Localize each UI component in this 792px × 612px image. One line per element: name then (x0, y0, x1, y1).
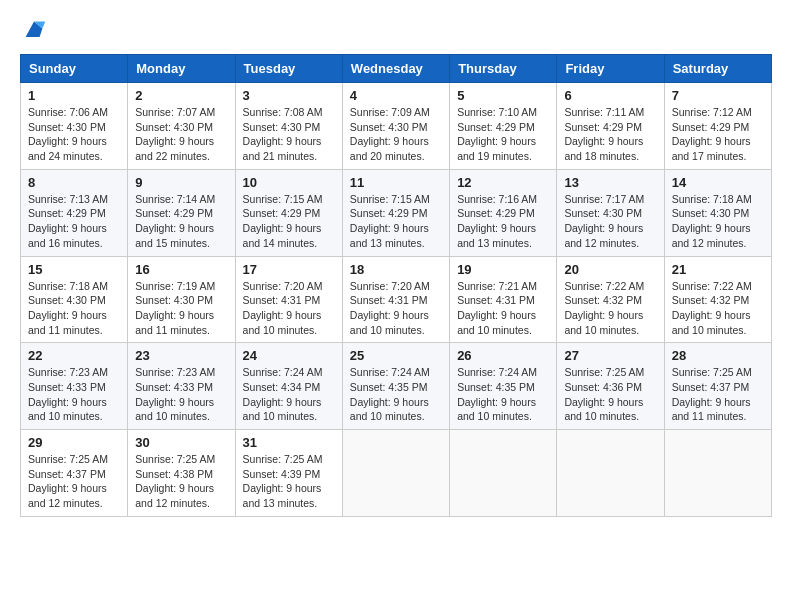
day-info: Sunrise: 7:06 AM Sunset: 4:30 PM Dayligh… (28, 105, 120, 164)
calendar-body: 1 Sunrise: 7:06 AM Sunset: 4:30 PM Dayli… (21, 83, 772, 517)
day-number: 23 (135, 348, 227, 363)
dow-header-thursday: Thursday (450, 55, 557, 83)
day-info: Sunrise: 7:15 AM Sunset: 4:29 PM Dayligh… (243, 192, 335, 251)
sunset-text: Sunset: 4:29 PM (243, 207, 321, 219)
calendar-cell: 10 Sunrise: 7:15 AM Sunset: 4:29 PM Dayl… (235, 169, 342, 256)
daylight-text: Daylight: 9 hours and 10 minutes. (457, 396, 536, 423)
calendar-cell (557, 430, 664, 517)
calendar-cell: 17 Sunrise: 7:20 AM Sunset: 4:31 PM Dayl… (235, 256, 342, 343)
sunrise-text: Sunrise: 7:17 AM (564, 193, 644, 205)
day-number: 3 (243, 88, 335, 103)
calendar-cell: 11 Sunrise: 7:15 AM Sunset: 4:29 PM Dayl… (342, 169, 449, 256)
sunrise-text: Sunrise: 7:20 AM (350, 280, 430, 292)
day-info: Sunrise: 7:18 AM Sunset: 4:30 PM Dayligh… (672, 192, 764, 251)
day-number: 5 (457, 88, 549, 103)
day-number: 26 (457, 348, 549, 363)
day-info: Sunrise: 7:25 AM Sunset: 4:38 PM Dayligh… (135, 452, 227, 511)
calendar-cell: 20 Sunrise: 7:22 AM Sunset: 4:32 PM Dayl… (557, 256, 664, 343)
sunset-text: Sunset: 4:30 PM (243, 121, 321, 133)
day-number: 21 (672, 262, 764, 277)
sunrise-text: Sunrise: 7:15 AM (350, 193, 430, 205)
sunset-text: Sunset: 4:30 PM (135, 294, 213, 306)
sunset-text: Sunset: 4:30 PM (135, 121, 213, 133)
calendar-cell: 19 Sunrise: 7:21 AM Sunset: 4:31 PM Dayl… (450, 256, 557, 343)
day-number: 1 (28, 88, 120, 103)
day-number: 28 (672, 348, 764, 363)
daylight-text: Daylight: 9 hours and 12 minutes. (28, 482, 107, 509)
sunset-text: Sunset: 4:35 PM (350, 381, 428, 393)
day-number: 10 (243, 175, 335, 190)
day-info: Sunrise: 7:25 AM Sunset: 4:37 PM Dayligh… (672, 365, 764, 424)
calendar-cell: 28 Sunrise: 7:25 AM Sunset: 4:37 PM Dayl… (664, 343, 771, 430)
sunset-text: Sunset: 4:30 PM (564, 207, 642, 219)
day-info: Sunrise: 7:24 AM Sunset: 4:35 PM Dayligh… (350, 365, 442, 424)
calendar-cell: 29 Sunrise: 7:25 AM Sunset: 4:37 PM Dayl… (21, 430, 128, 517)
day-number: 31 (243, 435, 335, 450)
calendar-week-1: 1 Sunrise: 7:06 AM Sunset: 4:30 PM Dayli… (21, 83, 772, 170)
sunrise-text: Sunrise: 7:16 AM (457, 193, 537, 205)
day-number: 24 (243, 348, 335, 363)
sunrise-text: Sunrise: 7:10 AM (457, 106, 537, 118)
calendar-week-3: 15 Sunrise: 7:18 AM Sunset: 4:30 PM Dayl… (21, 256, 772, 343)
dow-header-sunday: Sunday (21, 55, 128, 83)
daylight-text: Daylight: 9 hours and 10 minutes. (672, 309, 751, 336)
calendar-cell: 4 Sunrise: 7:09 AM Sunset: 4:30 PM Dayli… (342, 83, 449, 170)
calendar-cell: 9 Sunrise: 7:14 AM Sunset: 4:29 PM Dayli… (128, 169, 235, 256)
sunrise-text: Sunrise: 7:25 AM (564, 366, 644, 378)
daylight-text: Daylight: 9 hours and 15 minutes. (135, 222, 214, 249)
calendar-cell: 7 Sunrise: 7:12 AM Sunset: 4:29 PM Dayli… (664, 83, 771, 170)
daylight-text: Daylight: 9 hours and 13 minutes. (350, 222, 429, 249)
day-number: 13 (564, 175, 656, 190)
sunrise-text: Sunrise: 7:24 AM (350, 366, 430, 378)
sunrise-text: Sunrise: 7:08 AM (243, 106, 323, 118)
sunrise-text: Sunrise: 7:18 AM (672, 193, 752, 205)
sunset-text: Sunset: 4:33 PM (28, 381, 106, 393)
daylight-text: Daylight: 9 hours and 10 minutes. (243, 309, 322, 336)
sunset-text: Sunset: 4:33 PM (135, 381, 213, 393)
daylight-text: Daylight: 9 hours and 13 minutes. (243, 482, 322, 509)
day-info: Sunrise: 7:11 AM Sunset: 4:29 PM Dayligh… (564, 105, 656, 164)
sunrise-text: Sunrise: 7:06 AM (28, 106, 108, 118)
daylight-text: Daylight: 9 hours and 10 minutes. (350, 309, 429, 336)
daylight-text: Daylight: 9 hours and 10 minutes. (28, 396, 107, 423)
dow-header-friday: Friday (557, 55, 664, 83)
day-number: 17 (243, 262, 335, 277)
calendar-cell: 23 Sunrise: 7:23 AM Sunset: 4:33 PM Dayl… (128, 343, 235, 430)
sunrise-text: Sunrise: 7:18 AM (28, 280, 108, 292)
calendar-cell: 31 Sunrise: 7:25 AM Sunset: 4:39 PM Dayl… (235, 430, 342, 517)
calendar-cell: 24 Sunrise: 7:24 AM Sunset: 4:34 PM Dayl… (235, 343, 342, 430)
daylight-text: Daylight: 9 hours and 17 minutes. (672, 135, 751, 162)
calendar-week-5: 29 Sunrise: 7:25 AM Sunset: 4:37 PM Dayl… (21, 430, 772, 517)
calendar-cell: 22 Sunrise: 7:23 AM Sunset: 4:33 PM Dayl… (21, 343, 128, 430)
day-number: 7 (672, 88, 764, 103)
dow-header-monday: Monday (128, 55, 235, 83)
daylight-text: Daylight: 9 hours and 11 minutes. (672, 396, 751, 423)
sunset-text: Sunset: 4:29 PM (564, 121, 642, 133)
day-info: Sunrise: 7:25 AM Sunset: 4:37 PM Dayligh… (28, 452, 120, 511)
calendar-cell: 8 Sunrise: 7:13 AM Sunset: 4:29 PM Dayli… (21, 169, 128, 256)
sunset-text: Sunset: 4:32 PM (564, 294, 642, 306)
day-number: 9 (135, 175, 227, 190)
daylight-text: Daylight: 9 hours and 22 minutes. (135, 135, 214, 162)
day-info: Sunrise: 7:21 AM Sunset: 4:31 PM Dayligh… (457, 279, 549, 338)
sunrise-text: Sunrise: 7:07 AM (135, 106, 215, 118)
calendar-cell: 25 Sunrise: 7:24 AM Sunset: 4:35 PM Dayl… (342, 343, 449, 430)
day-info: Sunrise: 7:07 AM Sunset: 4:30 PM Dayligh… (135, 105, 227, 164)
daylight-text: Daylight: 9 hours and 10 minutes. (564, 396, 643, 423)
day-number: 30 (135, 435, 227, 450)
days-of-week-row: SundayMondayTuesdayWednesdayThursdayFrid… (21, 55, 772, 83)
sunrise-text: Sunrise: 7:11 AM (564, 106, 644, 118)
logo-icon (20, 16, 48, 44)
sunset-text: Sunset: 4:29 PM (350, 207, 428, 219)
day-info: Sunrise: 7:22 AM Sunset: 4:32 PM Dayligh… (564, 279, 656, 338)
sunset-text: Sunset: 4:29 PM (28, 207, 106, 219)
sunrise-text: Sunrise: 7:21 AM (457, 280, 537, 292)
calendar-header: SundayMondayTuesdayWednesdayThursdayFrid… (21, 55, 772, 83)
day-number: 27 (564, 348, 656, 363)
page-header (20, 16, 772, 44)
sunset-text: Sunset: 4:29 PM (672, 121, 750, 133)
calendar-cell: 13 Sunrise: 7:17 AM Sunset: 4:30 PM Dayl… (557, 169, 664, 256)
calendar-cell: 18 Sunrise: 7:20 AM Sunset: 4:31 PM Dayl… (342, 256, 449, 343)
sunset-text: Sunset: 4:29 PM (457, 121, 535, 133)
day-number: 6 (564, 88, 656, 103)
